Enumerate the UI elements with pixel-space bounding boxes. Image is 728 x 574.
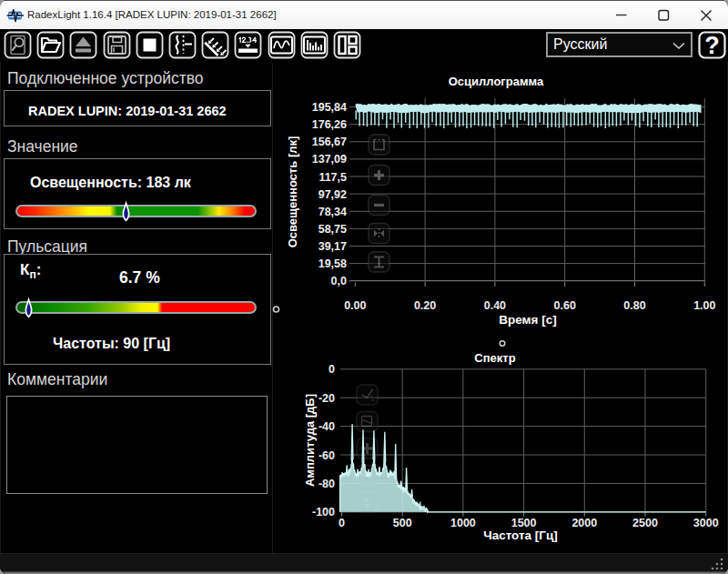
- svg-text:195,84: 195,84: [312, 101, 347, 114]
- svg-text:0: 0: [329, 363, 335, 376]
- svg-text:0.20: 0.20: [414, 299, 436, 312]
- svg-text:0,0: 0,0: [331, 275, 347, 287]
- svg-text:1500: 1500: [511, 517, 537, 529]
- svg-text:1000: 1000: [450, 517, 476, 529]
- svg-text:-100: -100: [312, 506, 335, 519]
- svg-text:176,26: 176,26: [312, 118, 347, 131]
- svg-text:Спектр: Спектр: [474, 351, 515, 365]
- svg-text:97,92: 97,92: [318, 188, 347, 201]
- svg-text:78,34: 78,34: [318, 206, 347, 218]
- svg-text:1.00: 1.00: [693, 299, 715, 312]
- svg-text:117,5: 117,5: [318, 171, 347, 184]
- svg-text:156,67: 156,67: [312, 136, 347, 148]
- svg-text:0.40: 0.40: [484, 299, 506, 312]
- svg-text:137,09: 137,09: [312, 153, 347, 166]
- svg-text:Осциллограмма: Осциллограмма: [449, 75, 544, 88]
- svg-text:-60: -60: [318, 449, 335, 462]
- svg-text:0: 0: [339, 517, 345, 529]
- svg-text:-20: -20: [318, 392, 335, 405]
- svg-text:-80: -80: [318, 478, 335, 490]
- svg-text:-40: -40: [318, 420, 335, 433]
- svg-text:2000: 2000: [571, 517, 597, 529]
- svg-text:Время [с]: Время [с]: [499, 313, 556, 327]
- svg-text:0.60: 0.60: [554, 299, 576, 312]
- svg-text:2500: 2500: [632, 517, 658, 529]
- svg-text:Освещенность [лк]: Освещенность [лк]: [286, 136, 299, 248]
- svg-text:Амплитуда [дБ]: Амплитуда [дБ]: [303, 394, 317, 487]
- svg-text:Частота [Гц]: Частота [Гц]: [483, 529, 558, 542]
- svg-text:3000: 3000: [693, 517, 719, 529]
- svg-text:39,17: 39,17: [318, 240, 347, 253]
- svg-text:58,75: 58,75: [318, 223, 347, 236]
- svg-text:0.80: 0.80: [623, 299, 645, 312]
- svg-text:19,58: 19,58: [318, 257, 347, 270]
- svg-text:500: 500: [393, 517, 412, 529]
- svg-text:0.00: 0.00: [344, 299, 366, 312]
